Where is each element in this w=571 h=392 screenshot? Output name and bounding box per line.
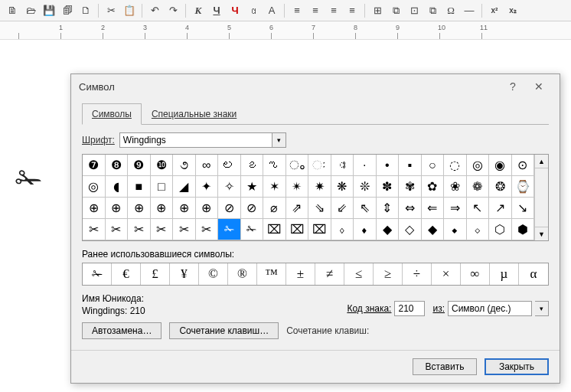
symbol-cell[interactable]: ✂ (106, 219, 129, 240)
symbol-cell[interactable]: ⇔ (399, 198, 422, 219)
symbol-cell[interactable]: ✁ (218, 219, 241, 240)
chevron-down-icon[interactable]: ▾ (272, 132, 286, 148)
scroll-track[interactable] (535, 168, 548, 227)
symbol-cell[interactable]: • (377, 155, 400, 176)
shortcut-key-button[interactable]: Сочетание клавиш… (169, 322, 279, 339)
symbol-cell[interactable]: ⬦ (467, 219, 490, 240)
symbol-cell[interactable]: ✂ (173, 219, 196, 240)
symbol-cell[interactable]: ⇗ (286, 198, 309, 219)
symbol-cell[interactable]: ✶ (263, 176, 286, 198)
chevron-down-icon[interactable]: ▾ (535, 301, 549, 316)
new-doc-icon[interactable]: 🗎 (5, 3, 20, 18)
recent-symbol-cell[interactable]: µ (490, 263, 519, 285)
font-color-button[interactable]: Ч (227, 3, 243, 18)
object-icon[interactable]: ⊡ (406, 3, 422, 18)
symbol-cell[interactable]: ◌ (444, 155, 467, 176)
symbol-cell[interactable]: ∞ (196, 155, 219, 176)
symbol-cell[interactable]: ⬡ (489, 219, 512, 240)
recent-symbol-cell[interactable]: ÷ (403, 263, 432, 285)
symbol-cell[interactable]: ✧ (218, 176, 241, 198)
insert-button[interactable]: Вставить (413, 358, 477, 375)
align-center-icon[interactable]: ≡ (308, 3, 323, 18)
symbol-cell[interactable]: ✴ (286, 176, 309, 198)
tab-symbols[interactable]: Символы (82, 103, 142, 125)
symbol-cell[interactable]: ↗ (489, 198, 512, 219)
symbol-cell[interactable]: ಃ (331, 155, 354, 176)
align-left-icon[interactable]: ≡ (289, 3, 305, 18)
recent-symbol-cell[interactable]: ™ (257, 263, 286, 285)
symbol-cell[interactable]: ⇖ (354, 198, 377, 219)
recent-symbol-cell[interactable]: ∞ (461, 263, 490, 285)
symbol-cell[interactable]: ✂ (128, 219, 151, 240)
symbol-cell[interactable]: ⬧ (354, 219, 377, 240)
symbol-cell[interactable]: ⬥ (444, 219, 467, 240)
superscript-button[interactable]: x² (487, 3, 502, 18)
table-icon[interactable]: ⊞ (370, 3, 385, 18)
symbol-cell[interactable]: ⊕ (106, 198, 129, 219)
symbol-cell[interactable]: ⊙ (512, 155, 535, 176)
symbol-cell[interactable]: ల (218, 155, 241, 176)
recent-symbol-cell[interactable]: £ (141, 263, 170, 285)
symbol-cell[interactable]: ⊘ (241, 198, 264, 219)
symbol-cell[interactable]: ૭ (173, 155, 196, 176)
omega-icon[interactable]: Ω (443, 3, 458, 18)
close-button[interactable]: ✕ (526, 77, 552, 96)
symbol-cell[interactable]: ■ (128, 176, 151, 198)
symbol-cell[interactable]: ↘ (512, 198, 535, 219)
symbol-cell[interactable]: ౭ (241, 155, 264, 176)
symbol-cell[interactable]: ✾ (399, 176, 422, 198)
symbol-cell[interactable]: □ (151, 176, 174, 198)
symbol-cell[interactable]: · (354, 155, 377, 176)
open-icon[interactable]: 🗁 (23, 3, 38, 18)
symbol-cell[interactable]: ❋ (331, 176, 354, 198)
grid-scrollbar[interactable]: ▲ ▼ (534, 155, 548, 240)
undo-icon[interactable]: ↶ (147, 3, 162, 18)
symbol-cell[interactable]: ❾ (128, 155, 151, 176)
export-icon[interactable]: 🗐 (60, 3, 75, 18)
symbol-cell[interactable]: ⇐ (422, 198, 445, 219)
symbol-cell[interactable]: ✽ (377, 176, 400, 198)
recent-symbol-cell[interactable]: ± (286, 263, 315, 285)
symbol-cell[interactable]: ◉ (489, 155, 512, 176)
recent-symbol-cell[interactable]: © (199, 263, 228, 285)
symbol-cell[interactable]: ✿ (422, 176, 445, 198)
format-button[interactable]: A (264, 3, 279, 18)
align-right-icon[interactable]: ≡ (326, 3, 341, 18)
dash-icon[interactable]: — (462, 3, 477, 18)
cut-icon[interactable]: ✂ (103, 3, 119, 18)
help-button[interactable]: ? (500, 77, 526, 96)
symbol-cell[interactable]: ⇕ (377, 198, 400, 219)
symbol-cell[interactable]: ❽ (106, 155, 129, 176)
symbol-cell[interactable]: ⌚ (512, 176, 535, 198)
symbol-cell[interactable]: ❀ (444, 176, 467, 198)
from-input[interactable] (448, 301, 532, 316)
symbol-cell[interactable]: ⊕ (173, 198, 196, 219)
symbol-cell[interactable]: ★ (241, 176, 264, 198)
recent-symbol-cell[interactable]: ✁ (83, 263, 112, 285)
document-content[interactable]: ✁ (15, 161, 42, 198)
tab-special-chars[interactable]: Специальные знаки (142, 103, 246, 124)
symbol-cell[interactable]: ⌀ (263, 198, 286, 219)
symbol-cell[interactable]: ❁ (467, 176, 490, 198)
symbol-cell[interactable]: ✂ (83, 219, 106, 240)
symbol-cell[interactable]: ⌧ (263, 219, 286, 240)
recent-symbol-cell[interactable]: ¥ (170, 263, 199, 285)
recent-symbol-cell[interactable]: ≠ (315, 263, 344, 285)
recent-symbol-cell[interactable]: α (519, 263, 548, 285)
symbol-cell[interactable]: ◎ (467, 155, 490, 176)
highlight-button[interactable]: ꭤ (246, 3, 261, 18)
symbol-cell[interactable]: ◎ (83, 176, 106, 198)
symbol-cell[interactable]: ⇒ (444, 198, 467, 219)
italic-button[interactable]: К (191, 3, 206, 18)
close-dialog-button[interactable]: Закрыть (485, 358, 549, 375)
symbol-cell[interactable]: ▪ (399, 155, 422, 176)
underline-button[interactable]: Ч (209, 3, 224, 18)
symbol-cell[interactable]: ◆ (377, 219, 400, 240)
font-combobox[interactable]: ▾ (119, 132, 286, 148)
symbol-cell[interactable]: ⊕ (151, 198, 174, 219)
symbol-cell[interactable]: ❊ (354, 176, 377, 198)
symbol-cell[interactable]: ಌ (263, 155, 286, 176)
symbol-cell[interactable]: ✁ (241, 219, 264, 240)
symbol-cell[interactable]: ⊕ (83, 198, 106, 219)
symbol-cell[interactable]: ◖ (106, 176, 129, 198)
